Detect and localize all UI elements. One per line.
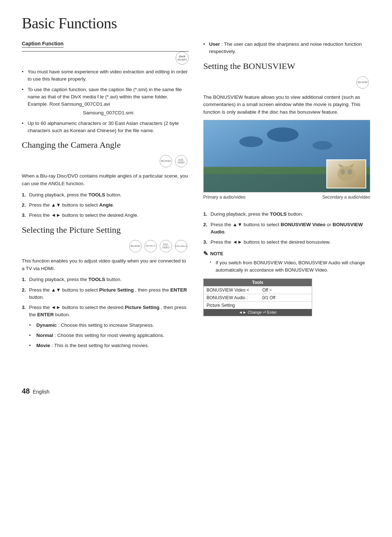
svg-point-8 [341, 169, 345, 175]
tools-table-row-2: BONUSVIEW Audio : 0/1 Off [204, 294, 312, 301]
camera-angle-step-2: 2.Press the ▲▼ buttons to select Angle. [22, 202, 189, 209]
picture-step-3: 3.Press the ◄► buttons to select the des… [22, 304, 189, 349]
picture-setting-steps: 1.During playback, press the TOOLS butto… [22, 276, 189, 349]
bonusview-steps: 1.During playback, press the TOOLS butto… [203, 211, 370, 246]
picture-setting-badge-row: BD-ROM BD-RE/-R DVD-VIDEO DVD+RW/+R [22, 239, 189, 254]
tools-table-footer: ◄► Change ⏎ Enter [204, 309, 312, 316]
caption-function-heading: Caption Function [22, 41, 64, 48]
picture-step-1: 1.During playback, press the TOOLS butto… [22, 276, 189, 283]
caption-example-text: Samsung_007CD1.smi [28, 109, 189, 117]
camera-angle-section: Changing the Camera Angle BD-ROM DVD-VID… [22, 140, 189, 219]
bonusview-step-3: 3.Press the ◄► buttons to select the des… [203, 239, 370, 246]
bonusview-pip-box [326, 159, 366, 188]
bonusview-step-1: 1.During playback, press the TOOLS butto… [203, 211, 370, 218]
tools-row3-label: Picture Setting [207, 303, 262, 308]
user-bullet: User : The user can adjust the sharpness… [203, 41, 370, 56]
svg-point-3 [313, 141, 332, 150]
note-icon: ✎ [203, 250, 208, 257]
bonusview-note: ✎ NOTE If you switch from BONUSVIEW Vide… [203, 250, 370, 273]
bonusview-image-container: Primary a audio/video Secondary a audio/… [203, 120, 370, 200]
picture-setting-section: Selecting the Picture Setting BD-ROM BD-… [22, 225, 189, 350]
tools-row1-arrow: > [270, 288, 272, 292]
bonusview-section: Setting the BONUSVIEW BD-ROM The BONUSVI… [203, 61, 370, 317]
caption-bullet-1: You must have some experience with video… [22, 68, 189, 83]
bonusview-step-2: 2.Press the ▲▼ buttons to select BONUSVI… [203, 221, 370, 236]
bd-rom-badge-1: BD-ROM [160, 155, 172, 167]
dvd-video-badge-2: DVD-VIDEO [160, 240, 172, 252]
left-column: Caption Function DivX MO/MP4 You must ha… [22, 41, 189, 395]
camera-angle-steps: 1.During playback, press the TOOLS butto… [22, 191, 189, 219]
bd-rom-badge-2: BD-ROM [129, 240, 142, 252]
tools-table-row-1: BONUSVIEW Video < Off > [204, 286, 312, 294]
page-title: Basic Functions [22, 15, 370, 32]
svg-point-9 [348, 169, 352, 175]
bd-rom-badge-bonusview: BD-ROM [356, 76, 369, 89]
picture-sub-movie: Movie : This is the best setting for wat… [29, 342, 189, 349]
tools-row1-value: Off > [262, 288, 309, 293]
page-number-container: 48 English [22, 354, 189, 395]
tools-row1-label: BONUSVIEW Video < [207, 288, 262, 293]
bonusview-primary-label: Primary a audio/video [203, 195, 245, 200]
page-number: 48 [22, 387, 30, 395]
picture-setting-intro: This function enables you to adjust vide… [22, 257, 189, 273]
camera-angle-step-3: 3.Press the ◄► buttons to select the des… [22, 212, 189, 219]
svg-point-7 [338, 166, 355, 182]
tools-row2-value: 0/1 Off [262, 295, 309, 300]
picture-sub-normal: Normal : Choose this setting for most vi… [29, 332, 189, 339]
caption-bullet-2: To use the caption function, save the ca… [22, 86, 189, 117]
tools-table-header: Tools [204, 279, 312, 286]
svg-point-2 [267, 127, 298, 142]
note-title: ✎ NOTE [203, 250, 370, 257]
user-bullet-list: User : The user can adjust the sharpness… [203, 41, 370, 56]
picture-step-2: 2.Press the ▲▼ buttons to select Picture… [22, 286, 189, 301]
tools-table: Tools BONUSVIEW Video < Off > BONUSVIEW … [203, 278, 312, 316]
bonusview-image [203, 120, 370, 192]
picture-sub-bullets: Dynamic : Choose this setting to increas… [29, 322, 189, 350]
camera-angle-step-1: 1.During playback, press the TOOLS butto… [22, 191, 189, 199]
camera-angle-badge-row: BD-ROM DVD-VIDEO [22, 154, 189, 169]
svg-point-1 [239, 137, 263, 147]
right-column: User : The user can adjust the sharpness… [203, 41, 370, 395]
bonusview-img-labels: Primary a audio/video Secondary a audio/… [203, 195, 370, 200]
picture-sub-dynamic: Dynamic : Choose this setting to increas… [29, 322, 189, 329]
tools-table-row-3: Picture Setting [204, 301, 312, 309]
picture-setting-heading: Selecting the Picture Setting [22, 225, 189, 235]
dvd-video-badge-1: DVD-VIDEO [175, 155, 187, 167]
caption-bullet-list: You must have some experience with video… [22, 68, 189, 134]
bonusview-secondary-label: Secondary a audio/video [322, 195, 370, 200]
bonusview-badge-row: BD-ROM [203, 75, 370, 90]
camera-angle-intro: When a Blu-ray Disc/DVD contains multipl… [22, 172, 189, 188]
page-number-english: English [33, 389, 49, 395]
caption-function-section: Caption Function DivX MO/MP4 You must ha… [22, 41, 189, 134]
dvd-rw-r-badge: DVD+RW/+R [175, 240, 187, 252]
camera-angle-heading: Changing the Camera Angle [22, 140, 189, 150]
divx-badge-icon: DivX MO/MP4 [176, 52, 189, 65]
tools-row3-value [262, 303, 309, 308]
pip-cat-svg [327, 160, 366, 188]
bonusview-intro: The BONUSVIEW feature allows you to view… [203, 94, 370, 117]
tools-row2-label: BONUSVIEW Audio : [207, 295, 262, 300]
note-text-list: If you switch from BONUSVIEW Video, BONU… [203, 259, 370, 273]
bonusview-heading: Setting the BONUSVIEW [203, 61, 370, 71]
bd-re-r-badge: BD-RE/-R [144, 240, 157, 252]
note-label: NOTE [210, 251, 223, 256]
note-text-item: If you switch from BONUSVIEW Video, BONU… [210, 259, 370, 273]
caption-badge-row: DivX MO/MP4 [22, 52, 189, 65]
caption-bullet-3: Up to 60 alphanumeric characters or 30 E… [22, 120, 189, 135]
